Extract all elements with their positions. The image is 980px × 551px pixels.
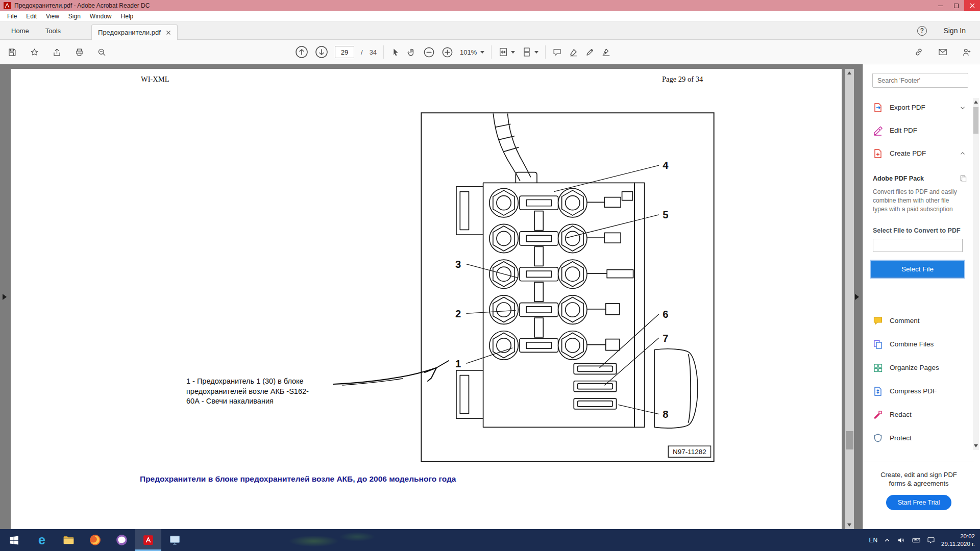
keyboard-icon[interactable] xyxy=(912,536,921,545)
zoom-level-dropdown[interactable]: 101% xyxy=(460,48,484,56)
tool-comment[interactable]: Comment xyxy=(863,309,974,332)
mail-icon[interactable] xyxy=(938,47,948,57)
fusebox-diagram: 4 5 3 2 1 6 7 8 N97-11282 xyxy=(421,112,715,462)
scrollbar-thumb[interactable] xyxy=(846,431,853,449)
document-scrollbar[interactable] xyxy=(845,69,854,529)
star-icon[interactable] xyxy=(30,47,39,57)
scroll-down-icon[interactable] xyxy=(847,523,851,527)
nav-pane-expand-icon[interactable] xyxy=(3,294,7,300)
windows-logo-icon xyxy=(9,535,20,546)
start-free-trial-button[interactable]: Start Free Trial xyxy=(886,495,951,510)
callout-7: 7 xyxy=(663,333,668,344)
minimize-button[interactable] xyxy=(933,0,948,11)
sign-in-button[interactable]: Sign In xyxy=(943,27,966,35)
zoom-out-button[interactable] xyxy=(423,46,435,58)
scroll-up-icon[interactable] xyxy=(974,101,978,104)
highlight-tool-icon[interactable] xyxy=(569,47,578,57)
tool-compress-pdf[interactable]: Compress PDF xyxy=(863,380,974,403)
tool-redact[interactable]: Redact xyxy=(863,403,974,426)
page-total: 34 xyxy=(370,48,377,56)
scroll-down-icon[interactable] xyxy=(974,444,978,447)
pdf-pack-description: Convert files to PDF and easily combine … xyxy=(863,183,974,214)
help-button[interactable]: ? xyxy=(917,26,927,36)
fit-width-dropdown[interactable] xyxy=(498,47,515,57)
clock[interactable]: 20:02 29.11.2020 г. xyxy=(941,533,975,548)
convert-file-input[interactable] xyxy=(873,239,963,252)
taskbar-explorer-button[interactable] xyxy=(55,529,82,551)
comment-tool-icon[interactable] xyxy=(552,47,562,57)
taskbar-edge-button[interactable]: e xyxy=(29,529,55,551)
print-icon[interactable] xyxy=(75,47,84,57)
next-page-button[interactable] xyxy=(315,45,328,59)
start-button[interactable] xyxy=(0,529,29,551)
tool-protect[interactable]: Protect xyxy=(863,427,974,449)
chevron-down-icon xyxy=(959,104,966,111)
link-icon[interactable] xyxy=(914,47,924,57)
page-view-dropdown[interactable] xyxy=(522,47,538,57)
language-indicator[interactable]: EN xyxy=(869,537,877,544)
add-user-icon[interactable] xyxy=(962,47,972,57)
taskbar-firefox-button[interactable] xyxy=(82,529,108,551)
scrollbar-thumb[interactable] xyxy=(973,107,978,134)
pdf-page: WI-XML Page 29 of 34 xyxy=(11,69,842,529)
protect-shield-icon xyxy=(873,433,883,443)
file-explorer-icon xyxy=(62,534,75,546)
taskbar-app-button[interactable] xyxy=(161,529,188,551)
menu-file[interactable]: File xyxy=(3,13,21,20)
menu-edit[interactable]: Edit xyxy=(21,13,41,20)
tool-create-pdf[interactable]: Create PDF xyxy=(863,142,974,165)
toolbar-separator xyxy=(383,45,384,59)
firefox-icon xyxy=(89,534,102,546)
tab-home[interactable]: Home xyxy=(3,22,37,40)
promo-line-2: forms & agreements xyxy=(863,479,974,488)
page-number-input[interactable] xyxy=(335,46,354,58)
zoom-in-button[interactable] xyxy=(442,46,453,58)
menu-sign[interactable]: Sign xyxy=(64,13,85,20)
hand-tool-icon[interactable] xyxy=(407,47,416,57)
tool-combine-files[interactable]: Combine Files xyxy=(863,333,974,356)
taskbar-acrobat-button[interactable] xyxy=(135,529,161,551)
tab-tools[interactable]: Tools xyxy=(37,22,69,40)
menu-view[interactable]: View xyxy=(41,13,64,20)
previous-page-button[interactable] xyxy=(295,45,308,59)
window-title: Предохранители.pdf - Adobe Acrobat Reade… xyxy=(14,2,150,9)
minimize-icon xyxy=(938,6,943,6)
figure-caption: Предохранители в блоке предохранителей в… xyxy=(140,474,456,484)
menu-window[interactable]: Window xyxy=(85,13,116,20)
panel-collapse-icon[interactable] xyxy=(855,294,859,300)
tool-organize-pages[interactable]: Organize Pages xyxy=(863,356,974,379)
edge-icon: e xyxy=(38,534,45,546)
tool-label: Comment xyxy=(890,317,920,324)
notification-icon[interactable] xyxy=(926,536,936,545)
tools-search-input[interactable] xyxy=(872,73,968,88)
doc-header-right: Page 29 of 34 xyxy=(662,75,703,84)
pdf-pack-title: Adobe PDF Pack xyxy=(873,175,924,182)
volume-icon[interactable] xyxy=(897,536,906,545)
comment-icon xyxy=(873,316,883,326)
select-tool-icon[interactable] xyxy=(390,47,400,57)
tool-edit-pdf[interactable]: Edit PDF xyxy=(863,119,974,142)
fill-sign-icon[interactable] xyxy=(601,47,611,57)
tray-expand-icon[interactable] xyxy=(883,536,891,544)
callout-4: 4 xyxy=(663,160,669,171)
maximize-button[interactable] xyxy=(948,0,964,11)
sign-pen-icon[interactable] xyxy=(585,47,595,57)
create-pdf-icon xyxy=(873,148,883,159)
taskbar-viber-button[interactable] xyxy=(108,529,135,551)
panel-scrollbar[interactable] xyxy=(973,98,979,450)
share-icon[interactable] xyxy=(52,47,62,57)
tray-time: 20:02 xyxy=(941,533,975,540)
select-file-button[interactable]: Select File xyxy=(871,261,964,278)
select-file-label: Select File to Convert to PDF xyxy=(863,214,974,234)
close-button[interactable] xyxy=(964,0,980,11)
tools-panel: Export PDF Edit PDF Create PDF Adobe PDF… xyxy=(863,64,980,529)
save-icon[interactable] xyxy=(7,47,17,57)
menu-help[interactable]: Help xyxy=(116,13,138,20)
scroll-up-icon[interactable] xyxy=(847,71,851,74)
page-divider: / xyxy=(361,48,363,56)
tab-document[interactable]: Предохранители.pdf xyxy=(91,24,178,40)
zoom-level: 101% xyxy=(460,48,477,56)
tool-export-pdf[interactable]: Export PDF xyxy=(863,96,974,119)
tab-close-icon[interactable] xyxy=(166,30,171,35)
search-zoom-icon[interactable] xyxy=(97,47,107,57)
